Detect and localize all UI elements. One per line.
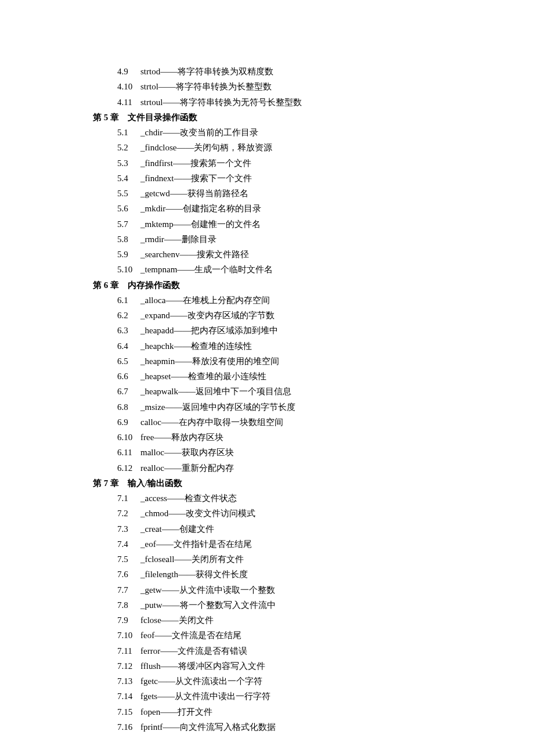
toc-item-number: 7.16 xyxy=(117,719,140,735)
toc-item-number: 4.9 xyxy=(117,64,140,79)
toc-item: 4.9strtod——将字符串转换为双精度数 xyxy=(93,64,476,79)
toc-item-text: _mktemp——创建惟一的文件名 xyxy=(140,219,261,229)
toc-item: 5.10_tempnam——生成一个临时文件名 xyxy=(93,262,476,277)
toc-item-number: 6.2 xyxy=(117,308,140,323)
toc-item-number: 5.10 xyxy=(117,262,140,277)
toc-item-number: 6.5 xyxy=(117,354,140,369)
toc-item-number: 5.2 xyxy=(117,140,140,155)
toc-item: 5.3_findfirst——搜索第一个文件 xyxy=(93,156,476,171)
toc-item-number: 7.4 xyxy=(117,537,140,552)
table-of-contents: 4.9strtod——将字符串转换为双精度数4.10strtol——将字符串转换… xyxy=(93,64,476,735)
toc-item: 7.3_creat——创建文件 xyxy=(93,521,476,537)
toc-item: 6.12realloc——重新分配内存 xyxy=(93,460,476,476)
toc-item: 6.5_heapmin——释放没有使用的堆空间 xyxy=(93,354,476,369)
toc-item-number: 7.10 xyxy=(117,628,140,643)
toc-item-text: _creat——创建文件 xyxy=(140,524,214,534)
toc-item-number: 6.7 xyxy=(117,384,140,399)
toc-item-number: 4.10 xyxy=(117,79,140,94)
toc-item-number: 5.5 xyxy=(117,186,140,201)
toc-item-text: _fcloseall——关闭所有文件 xyxy=(140,555,244,564)
toc-item: 7.10feof——文件流是否在结尾 xyxy=(93,628,476,643)
toc-item-text: _msize——返回堆中内存区域的字节长度 xyxy=(140,402,296,412)
toc-item-number: 7.12 xyxy=(117,658,140,674)
toc-item-number: 7.11 xyxy=(117,643,140,658)
toc-item-number: 4.11 xyxy=(117,95,140,110)
toc-item: 5.2_findclose——关闭句柄，释放资源 xyxy=(93,140,476,155)
chapter-heading: 第 7 章 输入/输出函数 xyxy=(93,476,476,491)
toc-item-text: feof——文件流是否在结尾 xyxy=(140,631,241,640)
toc-item-text: calloc——在内存中取得一块数组空间 xyxy=(140,417,283,427)
toc-item-text: _getcwd——获得当前路径名 xyxy=(140,189,248,198)
toc-item: 7.7_getw——从文件流中读取一个整数 xyxy=(93,582,476,597)
toc-item: 7.4_eof——文件指针是否在结尾 xyxy=(93,537,476,552)
toc-item-number: 6.1 xyxy=(117,293,140,308)
toc-item-number: 5.8 xyxy=(117,232,140,247)
toc-item-text: _findfirst——搜索第一个文件 xyxy=(140,159,251,168)
toc-item-text: _rmdir——删除目录 xyxy=(140,235,217,244)
toc-item-text: _heapset——检查堆的最小连续性 xyxy=(140,372,266,381)
toc-item-number: 6.8 xyxy=(117,399,140,415)
toc-item-text: _eof——文件指针是否在结尾 xyxy=(140,539,252,549)
toc-item-text: _heapadd——把内存区域添加到堆中 xyxy=(140,326,278,335)
toc-item: 6.3_heapadd——把内存区域添加到堆中 xyxy=(93,323,476,338)
toc-item-text: fgets——从文件流中读出一行字符 xyxy=(140,692,270,701)
toc-item-number: 5.9 xyxy=(117,247,140,262)
toc-item-text: _findnext——搜索下一个文件 xyxy=(140,174,252,183)
toc-item-number: 7.14 xyxy=(117,689,140,704)
toc-item-number: 5.7 xyxy=(117,217,140,232)
toc-item-number: 5.1 xyxy=(117,125,140,140)
toc-item-text: strtol——将字符串转换为长整型数 xyxy=(140,82,272,91)
toc-item-text: _putw——将一个整数写入文件流中 xyxy=(140,600,276,610)
toc-item: 6.7_heapwalk——返回堆中下一个项目信息 xyxy=(93,384,476,399)
toc-item-text: _access——检查文件状态 xyxy=(140,494,237,503)
chapter-heading: 第 6 章 内存操作函数 xyxy=(93,278,476,293)
toc-item-number: 7.9 xyxy=(117,613,140,628)
toc-item-number: 5.6 xyxy=(117,201,140,216)
toc-item: 4.11strtoul——将字符串转换为无符号长整型数 xyxy=(93,95,476,110)
toc-item-text: fclose——关闭文件 xyxy=(140,615,214,625)
toc-item-text: fflush——将缓冲区内容写入文件 xyxy=(140,661,265,671)
toc-item: 6.1_alloca——在堆栈上分配内存空间 xyxy=(93,293,476,308)
toc-item: 5.5_getcwd——获得当前路径名 xyxy=(93,186,476,201)
toc-item-number: 7.5 xyxy=(117,552,140,567)
toc-item-text: _expand——改变内存区域的字节数 xyxy=(140,311,275,320)
toc-item-number: 6.11 xyxy=(117,445,140,460)
toc-item: 7.14fgets——从文件流中读出一行字符 xyxy=(93,689,476,704)
toc-item-number: 6.9 xyxy=(117,415,140,430)
toc-item-text: strtoul——将字符串转换为无符号长整型数 xyxy=(140,98,302,107)
toc-item-number: 7.6 xyxy=(117,567,140,582)
toc-item-text: _mkdir——创建指定名称的目录 xyxy=(140,204,261,213)
toc-item: 7.16fprintf——向文件流写入格式化数据 xyxy=(93,719,476,735)
toc-item-text: _alloca——在堆栈上分配内存空间 xyxy=(140,296,270,305)
toc-item-text: _findclose——关闭句柄，释放资源 xyxy=(140,143,272,152)
toc-item-number: 6.3 xyxy=(117,323,140,338)
toc-item: 5.6_mkdir——创建指定名称的目录 xyxy=(93,201,476,216)
toc-item-text: fgetc——从文件流读出一个字符 xyxy=(140,676,262,686)
toc-item: 5.8_rmdir——删除目录 xyxy=(93,232,476,247)
toc-item: 7.11ferror——文件流是否有错误 xyxy=(93,643,476,658)
toc-item-text: free——释放内存区块 xyxy=(140,433,223,442)
toc-item-number: 5.4 xyxy=(117,171,140,186)
toc-item: 6.11malloc——获取内存区块 xyxy=(93,445,476,460)
toc-item-text: _heapmin——释放没有使用的堆空间 xyxy=(140,357,279,366)
toc-item-number: 7.13 xyxy=(117,674,140,689)
toc-item-text: malloc——获取内存区块 xyxy=(140,448,234,457)
toc-item: 7.5_fcloseall——关闭所有文件 xyxy=(93,552,476,567)
toc-item: 6.2_expand——改变内存区域的字节数 xyxy=(93,308,476,323)
toc-item-text: _getw——从文件流中读取一个整数 xyxy=(140,585,275,595)
toc-item-number: 7.3 xyxy=(117,521,140,537)
toc-item-text: realloc——重新分配内存 xyxy=(140,463,234,473)
toc-item-number: 6.6 xyxy=(117,369,140,384)
toc-item-number: 7.15 xyxy=(117,704,140,719)
toc-item-text: _searchenv——搜索文件路径 xyxy=(140,250,249,259)
toc-item-text: _tempnam——生成一个临时文件名 xyxy=(140,265,273,274)
toc-item: 4.10strtol——将字符串转换为长整型数 xyxy=(93,79,476,94)
toc-item: 5.7_mktemp——创建惟一的文件名 xyxy=(93,217,476,232)
toc-item: 7.15fopen——打开文件 xyxy=(93,704,476,719)
toc-item: 7.2_chmod——改变文件访问模式 xyxy=(93,506,476,521)
toc-item-text: fopen——打开文件 xyxy=(140,707,212,717)
toc-item-number: 7.1 xyxy=(117,491,140,506)
toc-item-number: 7.2 xyxy=(117,506,140,521)
toc-item: 5.1_chdir——改变当前的工作目录 xyxy=(93,125,476,140)
toc-item: 5.9_searchenv——搜索文件路径 xyxy=(93,247,476,262)
